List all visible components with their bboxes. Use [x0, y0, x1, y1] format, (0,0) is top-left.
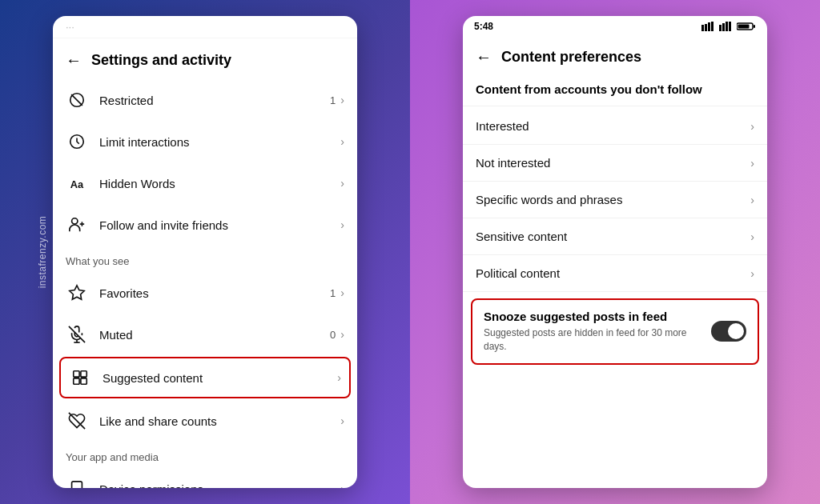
settings-item-follow-friends[interactable]: Follow and invite friends › [53, 204, 357, 246]
sensitive-content-label: Sensitive content [476, 230, 567, 243]
snooze-description: Suggested posts are hidden in feed for 3… [484, 326, 701, 354]
watermark-text: instafrenzy.com [37, 216, 48, 289]
interested-label: Interested [476, 119, 529, 133]
status-icons [701, 22, 756, 31]
like-share-chevron: › [340, 414, 344, 427]
svg-rect-21 [705, 24, 707, 31]
restricted-icon [66, 89, 88, 111]
restricted-badge: 1 [330, 94, 336, 106]
right-panel: 5:48 ← Content preferences Content from … [410, 0, 820, 504]
svg-rect-12 [81, 371, 86, 377]
not-interested-chevron: › [750, 157, 754, 170]
favorites-icon [66, 282, 88, 304]
section-what-you-see: What you see [53, 246, 357, 272]
like-share-icon [66, 410, 88, 432]
partial-top-item: ··· [53, 16, 357, 38]
political-content-label: Political content [476, 266, 560, 280]
snooze-suggested-posts-box[interactable]: Snooze suggested posts in feed Suggested… [471, 298, 759, 365]
svg-rect-13 [74, 378, 79, 384]
suggested-content-icon [69, 366, 91, 389]
svg-rect-23 [711, 22, 713, 31]
snooze-toggle[interactable] [711, 321, 746, 342]
svg-rect-20 [701, 25, 704, 31]
status-time: 5:48 [474, 21, 493, 32]
settings-item-hidden-words[interactable]: Aa Hidden Words › [53, 162, 357, 204]
follow-friends-chevron: › [340, 218, 344, 231]
pref-item-specific-words[interactable]: Specific words and phrases › [463, 182, 767, 218]
left-back-button[interactable]: ← [66, 51, 82, 70]
svg-rect-30 [738, 25, 750, 29]
pref-item-sensitive-content[interactable]: Sensitive content › [463, 218, 767, 255]
svg-rect-29 [754, 25, 755, 28]
hidden-words-icon: Aa [66, 172, 88, 194]
snooze-title: Snooze suggested posts in feed [484, 310, 701, 323]
svg-rect-16 [72, 482, 82, 488]
device-permissions-chevron: › [340, 482, 344, 488]
settings-item-limit-interactions[interactable]: Limit interactions › [53, 121, 357, 162]
limit-interactions-icon [66, 130, 88, 153]
muted-chevron: › [340, 328, 344, 341]
restricted-chevron: › [340, 94, 344, 106]
device-permissions-icon [66, 478, 88, 488]
limit-interactions-label: Limit interactions [99, 135, 340, 149]
not-interested-label: Not interested [476, 156, 550, 170]
specific-words-label: Specific words and phrases [476, 193, 622, 206]
svg-line-1 [71, 94, 82, 106]
divider-top [463, 106, 767, 106]
svg-rect-24 [719, 25, 722, 31]
restricted-label: Restricted [99, 94, 330, 107]
muted-badge: 0 [330, 329, 336, 341]
svg-rect-25 [722, 23, 725, 31]
svg-rect-26 [726, 22, 728, 31]
muted-icon [66, 323, 88, 346]
svg-rect-22 [708, 22, 710, 31]
status-bar: 5:48 [463, 16, 767, 35]
muted-label: Muted [99, 328, 330, 342]
favorites-badge: 1 [330, 287, 336, 299]
svg-point-4 [72, 218, 78, 224]
follow-friends-icon [66, 214, 88, 236]
svg-text:Aa: Aa [70, 178, 84, 190]
limit-interactions-chevron: › [340, 135, 344, 148]
favorites-label: Favorites [99, 286, 330, 300]
svg-rect-14 [81, 378, 86, 384]
svg-rect-11 [74, 371, 79, 377]
content-section-label: Content from accounts you don't follow [463, 76, 767, 104]
political-content-chevron: › [750, 267, 754, 280]
settings-item-like-share[interactable]: Like and share counts › [53, 400, 357, 442]
left-screen-header: ← Settings and activity [53, 38, 357, 79]
section-app-media: Your app and media [53, 442, 357, 468]
pref-item-not-interested[interactable]: Not interested › [463, 145, 767, 182]
settings-item-restricted[interactable]: Restricted 1 › [53, 79, 357, 121]
device-permissions-label: Device permissions [99, 482, 340, 489]
pref-item-political-content[interactable]: Political content › [463, 255, 767, 292]
snooze-text-block: Snooze suggested posts in feed Suggested… [484, 310, 701, 354]
right-back-button[interactable]: ← [476, 48, 492, 66]
pref-item-interested[interactable]: Interested › [463, 108, 767, 145]
interested-chevron: › [750, 120, 754, 133]
settings-item-suggested-content[interactable]: Suggested content › [59, 357, 351, 398]
settings-item-device-permissions[interactable]: Device permissions › [53, 468, 357, 488]
hidden-words-chevron: › [340, 177, 344, 190]
settings-item-favorites[interactable]: Favorites 1 › [53, 272, 357, 314]
specific-words-chevron: › [750, 194, 754, 206]
suggested-content-label: Suggested content [102, 371, 337, 385]
sensitive-content-chevron: › [750, 230, 754, 243]
svg-marker-7 [70, 286, 84, 299]
follow-friends-label: Follow and invite friends [99, 218, 340, 232]
like-share-label: Like and share counts [99, 414, 340, 428]
suggested-content-chevron: › [337, 371, 341, 384]
svg-rect-27 [729, 22, 731, 31]
left-panel: ··· ← Settings and activity Restricted 1… [0, 0, 410, 504]
settings-item-muted[interactable]: Muted 0 › [53, 314, 357, 355]
right-screen: 5:48 ← Content preferences Content from … [463, 16, 767, 488]
left-screen: ··· ← Settings and activity Restricted 1… [53, 16, 357, 488]
hidden-words-label: Hidden Words [99, 177, 340, 190]
right-screen-header: ← Content preferences [463, 35, 767, 76]
left-screen-title: Settings and activity [91, 52, 231, 69]
right-screen-title: Content preferences [501, 49, 641, 66]
favorites-chevron: › [340, 286, 344, 299]
